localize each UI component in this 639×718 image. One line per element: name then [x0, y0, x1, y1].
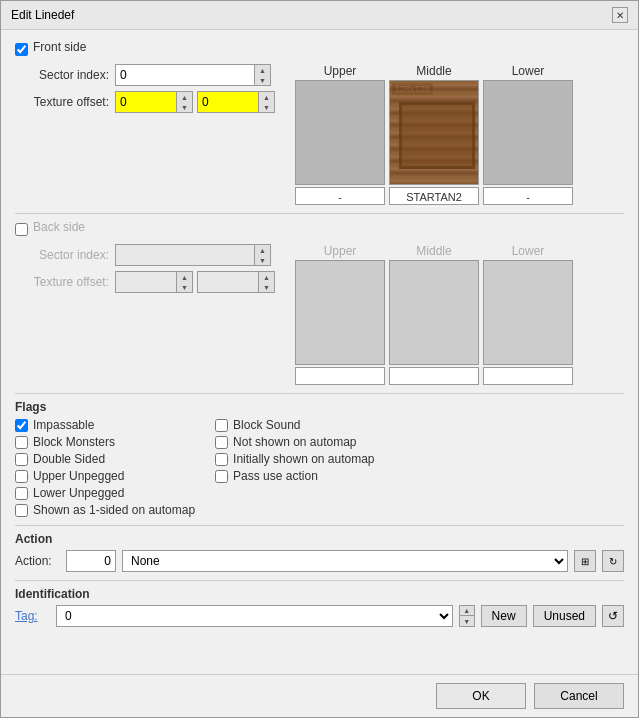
front-offset-y-spinner[interactable]: ▲ ▼	[259, 91, 275, 113]
back-texture-labels	[295, 367, 624, 385]
front-offset-x-spinner[interactable]: ▲ ▼	[177, 91, 193, 113]
action-number-input[interactable]	[66, 550, 116, 572]
tag-select[interactable]: 0	[56, 605, 453, 627]
flag-block-monsters-checkbox[interactable]	[15, 436, 28, 449]
main-content: Front side Sector index: ▲ ▼ Texture off…	[1, 30, 638, 674]
back-offset-y-input[interactable]	[197, 271, 259, 293]
footer: OK Cancel	[1, 674, 638, 717]
back-upper-texture[interactable]	[295, 260, 385, 365]
back-texture-offset-label: Texture offset:	[15, 275, 115, 289]
flag-initially-shown-checkbox[interactable]	[215, 453, 228, 466]
front-texture-panels: Upper Middle Lower 128x128 -	[295, 64, 624, 205]
front-side-section: Front side Sector index: ▲ ▼ Texture off…	[15, 40, 624, 205]
flag-impassable-label: Impassable	[33, 418, 94, 432]
back-lower-texture[interactable]	[483, 260, 573, 365]
action-refresh-button[interactable]: ↻	[602, 550, 624, 572]
flags-grid: Impassable Block Monsters Double Sided U…	[15, 418, 624, 517]
action-refresh-icon: ↻	[609, 556, 617, 567]
new-button[interactable]: New	[481, 605, 527, 627]
spinner-down-back[interactable]: ▼	[255, 255, 270, 265]
spinner-up-y[interactable]: ▲	[259, 92, 274, 102]
back-middle-label	[389, 367, 479, 385]
spinner-down-by[interactable]: ▼	[259, 282, 274, 292]
divider-2	[15, 393, 624, 394]
front-sector-index-spinner[interactable]: ▲ ▼	[255, 64, 271, 86]
front-upper-label[interactable]: -	[295, 187, 385, 205]
spinner-down[interactable]: ▼	[255, 75, 270, 85]
front-lower-header: Lower	[483, 64, 573, 78]
flag-block-sound-checkbox[interactable]	[215, 419, 228, 432]
spinner-down-y[interactable]: ▼	[259, 102, 274, 112]
identification-section: Identification Tag: 0 ▲ ▼ New Unused ↺	[15, 587, 624, 627]
unused-button[interactable]: Unused	[533, 605, 596, 627]
flag-not-shown-automap-label: Not shown on automap	[233, 435, 356, 449]
front-middle-header: Middle	[389, 64, 479, 78]
flag-shown-1sided-label: Shown as 1-sided on automap	[33, 503, 195, 517]
flag-block-monsters: Block Monsters	[15, 435, 195, 449]
back-side-checkbox[interactable]	[15, 223, 28, 236]
front-side-body: Sector index: ▲ ▼ Texture offset: ▲	[15, 64, 624, 205]
flag-not-shown-automap-checkbox[interactable]	[215, 436, 228, 449]
ok-button[interactable]: OK	[436, 683, 526, 709]
flag-impassable-checkbox[interactable]	[15, 419, 28, 432]
back-side-section: Back side Sector index: ▲ ▼ Texture offs…	[15, 220, 624, 385]
flag-shown-1sided-checkbox[interactable]	[15, 504, 28, 517]
cancel-button[interactable]: Cancel	[534, 683, 624, 709]
tag-spinner[interactable]: ▲ ▼	[459, 605, 475, 627]
back-sector-index-spinner[interactable]: ▲ ▼	[255, 244, 271, 266]
spinner-up-bx[interactable]: ▲	[177, 272, 192, 282]
front-texture-offset-row: Texture offset: ▲ ▼ ▲ ▼	[15, 91, 285, 113]
front-texture-headers: Upper Middle Lower	[295, 64, 624, 78]
spinner-down-x[interactable]: ▼	[177, 102, 192, 112]
back-offset-y-spinner[interactable]: ▲ ▼	[259, 271, 275, 293]
flag-pass-use-checkbox[interactable]	[215, 470, 228, 483]
front-sector-index-input[interactable]	[115, 64, 255, 86]
front-side-label: Front side	[33, 40, 86, 54]
divider-3	[15, 525, 624, 526]
front-offset-x-input[interactable]	[115, 91, 177, 113]
back-offset-x-input[interactable]	[115, 271, 177, 293]
front-texture-row: 128x128	[295, 80, 624, 185]
flags-section: Flags Impassable Block Monsters Double S…	[15, 400, 624, 517]
front-middle-label[interactable]: STARTAN2	[389, 187, 479, 205]
flag-upper-unpegged-checkbox[interactable]	[15, 470, 28, 483]
front-texture-offset-label: Texture offset:	[15, 95, 115, 109]
flag-lower-unpegged-checkbox[interactable]	[15, 487, 28, 500]
front-middle-texture[interactable]: 128x128	[389, 80, 479, 185]
spinner-up-x[interactable]: ▲	[177, 92, 192, 102]
front-side-checkbox[interactable]	[15, 43, 28, 56]
back-sector-index-input[interactable]	[115, 244, 255, 266]
back-middle-texture[interactable]	[389, 260, 479, 365]
id-row: Tag: 0 ▲ ▼ New Unused ↺	[15, 605, 624, 627]
action-section: Action Action: None ⊞ ↻	[15, 532, 624, 572]
action-properties-button[interactable]: ⊞	[574, 550, 596, 572]
front-offset-y-input[interactable]	[197, 91, 259, 113]
front-upper-texture[interactable]	[295, 80, 385, 185]
close-button[interactable]: ✕	[612, 7, 628, 23]
divider-4	[15, 580, 624, 581]
flag-block-sound-label: Block Sound	[233, 418, 300, 432]
back-texture-row	[295, 260, 624, 365]
front-lower-texture[interactable]	[483, 80, 573, 185]
tag-spin-up[interactable]: ▲	[459, 605, 475, 616]
back-texture-panels: Upper Middle Lower	[295, 244, 624, 385]
back-upper-label	[295, 367, 385, 385]
flags-col-2: Block Sound Not shown on automap Initial…	[215, 418, 374, 517]
tag-spin-down[interactable]: ▼	[459, 616, 475, 627]
spinner-down-bx[interactable]: ▼	[177, 282, 192, 292]
tag-refresh-button[interactable]: ↺	[602, 605, 624, 627]
action-select[interactable]: None	[122, 550, 568, 572]
spinner-up-back[interactable]: ▲	[255, 245, 270, 255]
front-lower-label[interactable]: -	[483, 187, 573, 205]
flag-double-sided-checkbox[interactable]	[15, 453, 28, 466]
flag-upper-unpegged: Upper Unpegged	[15, 469, 195, 483]
back-offset-x-spinner[interactable]: ▲ ▼	[177, 271, 193, 293]
wood-texture-visual	[390, 81, 478, 184]
refresh-icon: ↺	[608, 609, 618, 623]
back-lower-header: Lower	[483, 244, 573, 258]
spinner-up-by[interactable]: ▲	[259, 272, 274, 282]
flag-initially-shown-label: Initially shown on automap	[233, 452, 374, 466]
tag-label[interactable]: Tag:	[15, 609, 50, 623]
flag-double-sided-label: Double Sided	[33, 452, 105, 466]
spinner-up[interactable]: ▲	[255, 65, 270, 75]
